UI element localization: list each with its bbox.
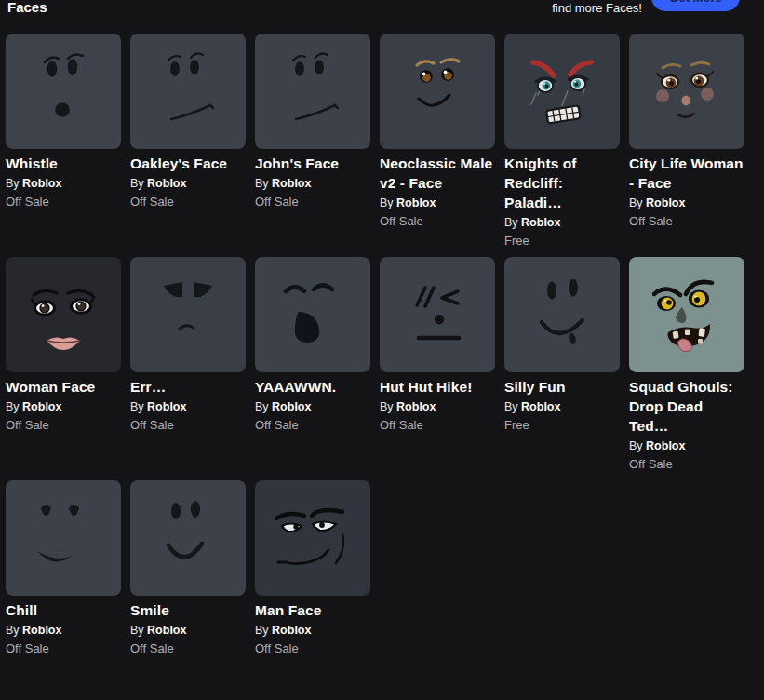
- item-status: Free: [504, 417, 620, 434]
- city-life-woman-face-icon: [629, 34, 744, 149]
- item-thumbnail[interactable]: [6, 480, 121, 596]
- item-title[interactable]: Silly Fun: [504, 377, 620, 397]
- item-byline: By Roblox: [6, 398, 121, 415]
- item-card[interactable]: John's Face By Roblox Off Sale: [255, 34, 370, 257]
- byline-prefix: By: [255, 624, 269, 637]
- creator-name[interactable]: Roblox: [272, 177, 311, 190]
- item-thumbnail[interactable]: [255, 480, 370, 596]
- item-byline: By Roblox: [380, 195, 495, 211]
- item-title[interactable]: Whistle: [6, 154, 121, 173]
- item-byline: By Roblox: [6, 175, 121, 192]
- err-face-icon: [130, 257, 246, 372]
- creator-name[interactable]: Roblox: [396, 400, 436, 413]
- item-thumbnail[interactable]: [6, 34, 121, 149]
- item-title[interactable]: Squad Ghouls: Drop Dead Ted…: [629, 377, 744, 436]
- smile-face-icon: [130, 480, 246, 596]
- byline-prefix: By: [380, 196, 394, 209]
- silly-fun-face-icon: [504, 257, 620, 372]
- item-title[interactable]: Oakley's Face: [130, 154, 246, 173]
- item-title[interactable]: Knights of Redcliff: Paladi…: [504, 154, 620, 212]
- item-title[interactable]: City Life Woman - Face: [629, 154, 744, 193]
- item-byline: By Roblox: [130, 175, 246, 192]
- item-thumbnail[interactable]: [504, 34, 620, 149]
- item-status: Off Sale: [255, 640, 370, 657]
- creator-name[interactable]: Roblox: [147, 624, 186, 637]
- creator-name[interactable]: Roblox: [22, 400, 61, 413]
- item-card[interactable]: YAAAWWN. By Roblox Off Sale: [255, 257, 370, 480]
- item-card[interactable]: Hut Hut Hike! By Roblox Off Sale: [380, 257, 495, 480]
- item-title[interactable]: Hut Hut Hike!: [380, 377, 495, 397]
- item-byline: By Roblox: [6, 622, 121, 639]
- creator-name[interactable]: Roblox: [147, 177, 186, 190]
- item-title[interactable]: Chill: [6, 600, 121, 620]
- item-status: Off Sale: [380, 213, 495, 230]
- item-card[interactable]: Oakley's Face By Roblox Off Sale: [130, 34, 246, 257]
- item-thumbnail[interactable]: [6, 257, 121, 372]
- creator-name[interactable]: Roblox: [22, 624, 61, 637]
- item-card[interactable]: Smile By Roblox Off Sale: [130, 480, 246, 700]
- byline-prefix: By: [6, 177, 20, 190]
- creator-name[interactable]: Roblox: [272, 400, 311, 413]
- creator-name[interactable]: Roblox: [147, 400, 186, 413]
- item-thumbnail[interactable]: [255, 257, 370, 372]
- find-more-text: find more Faces!: [552, 0, 642, 15]
- item-byline: By Roblox: [380, 398, 495, 415]
- item-byline: By Roblox: [130, 622, 246, 639]
- item-thumbnail[interactable]: [504, 257, 620, 372]
- item-card[interactable]: Silly Fun By Roblox Free: [504, 257, 620, 480]
- item-card[interactable]: Neoclassic Male v2 - Face By Roblox Off …: [380, 34, 495, 257]
- item-card[interactable]: Chill By Roblox Off Sale: [6, 480, 121, 700]
- creator-name[interactable]: Roblox: [646, 439, 685, 452]
- item-title[interactable]: Man Face: [255, 600, 370, 620]
- item-thumbnail[interactable]: [629, 34, 744, 149]
- byline-prefix: By: [380, 400, 394, 413]
- item-byline: By Roblox: [130, 398, 246, 415]
- creator-name[interactable]: Roblox: [396, 196, 436, 209]
- item-status: Off Sale: [255, 417, 370, 434]
- item-byline: By Roblox: [629, 438, 744, 454]
- item-byline: By Roblox: [255, 622, 370, 639]
- item-card[interactable]: Err… By Roblox Off Sale: [130, 257, 246, 480]
- item-thumbnail[interactable]: [130, 480, 246, 596]
- item-status: Off Sale: [629, 456, 744, 473]
- item-thumbnail[interactable]: [130, 34, 246, 149]
- item-status: Off Sale: [6, 640, 121, 657]
- item-byline: By Roblox: [629, 195, 744, 211]
- item-thumbnail[interactable]: [130, 257, 246, 372]
- ghoul-face-icon: [629, 257, 744, 372]
- byline-prefix: By: [629, 196, 643, 209]
- item-title[interactable]: Err…: [130, 377, 246, 397]
- creator-name[interactable]: Roblox: [22, 177, 61, 190]
- get-more-button[interactable]: Get More: [651, 0, 740, 11]
- creator-name[interactable]: Roblox: [646, 196, 685, 209]
- yawn-face-icon: [255, 257, 370, 372]
- creator-name[interactable]: Roblox: [521, 216, 560, 229]
- item-title[interactable]: John's Face: [255, 154, 370, 173]
- item-thumbnail[interactable]: [255, 34, 370, 149]
- byline-prefix: By: [130, 177, 144, 190]
- item-thumbnail[interactable]: [629, 257, 744, 372]
- item-status: Off Sale: [255, 194, 370, 210]
- item-card[interactable]: Whistle By Roblox Off Sale: [6, 34, 121, 257]
- hut-hut-hike-face-icon: [380, 257, 495, 372]
- item-card[interactable]: City Life Woman - Face By Roblox Off Sal…: [629, 34, 744, 257]
- creator-name[interactable]: Roblox: [272, 624, 311, 637]
- item-byline: By Roblox: [255, 398, 370, 415]
- paladin-face-icon: [504, 34, 620, 149]
- item-card[interactable]: Knights of Redcliff: Paladi… By Roblox F…: [504, 34, 620, 257]
- byline-prefix: By: [255, 177, 269, 190]
- item-title[interactable]: Neoclassic Male v2 - Face: [380, 154, 495, 193]
- man-face-icon: [255, 480, 370, 596]
- item-card[interactable]: Squad Ghouls: Drop Dead Ted… By Roblox O…: [629, 257, 744, 480]
- item-thumbnail[interactable]: [380, 34, 495, 149]
- item-status: Off Sale: [6, 417, 121, 434]
- item-title[interactable]: Smile: [130, 600, 246, 620]
- item-card[interactable]: Woman Face By Roblox Off Sale: [6, 257, 121, 480]
- item-thumbnail[interactable]: [380, 257, 495, 372]
- item-title[interactable]: YAAAWWN.: [255, 377, 370, 397]
- item-title[interactable]: Woman Face: [6, 377, 121, 397]
- creator-name[interactable]: Roblox: [521, 400, 560, 413]
- item-card[interactable]: Man Face By Roblox Off Sale: [255, 480, 370, 700]
- section-header: Faces find more Faces! Get More: [6, 0, 764, 24]
- byline-prefix: By: [6, 400, 20, 413]
